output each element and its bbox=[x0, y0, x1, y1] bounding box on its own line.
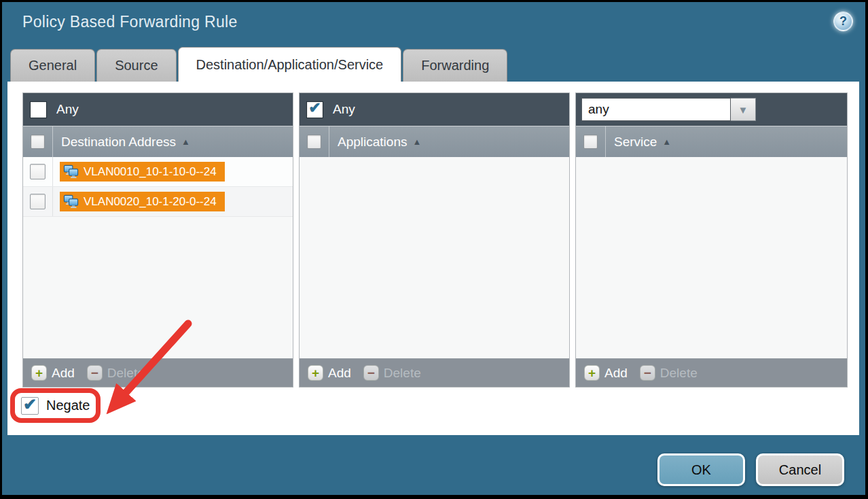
service-add-button[interactable]: + Add bbox=[584, 365, 628, 381]
destination-any-label: Any bbox=[56, 102, 79, 117]
applications-add-button[interactable]: + Add bbox=[308, 365, 351, 381]
applications-list-body bbox=[300, 157, 569, 358]
address-object-chip[interactable]: VLAN0010_10-1-10-0--24 bbox=[60, 162, 225, 182]
service-select-all-checkbox[interactable] bbox=[583, 135, 598, 149]
sort-asc-icon: ▲ bbox=[412, 137, 421, 147]
help-icon[interactable]: ? bbox=[833, 12, 853, 31]
address-object-label: VLAN0010_10-1-10-0--24 bbox=[84, 165, 217, 179]
destination-any-bar: Any bbox=[23, 93, 293, 126]
service-list-header[interactable]: Service ▲ bbox=[576, 126, 847, 157]
destination-select-all-checkbox[interactable] bbox=[31, 135, 45, 149]
applications-header-label: Applications bbox=[338, 135, 407, 150]
delete-icon: − bbox=[640, 365, 655, 381]
add-icon: + bbox=[308, 365, 323, 381]
tab-bar: General Source Destination/Application/S… bbox=[10, 47, 509, 82]
applications-any-label: Any bbox=[333, 102, 355, 117]
address-object-label: VLAN0020_10-1-20-0--24 bbox=[84, 195, 217, 209]
network-icon bbox=[63, 165, 79, 179]
address-object-chip[interactable]: VLAN0020_10-1-20-0--24 bbox=[60, 192, 225, 211]
cancel-button[interactable]: Cancel bbox=[756, 453, 844, 486]
add-icon: + bbox=[584, 365, 600, 381]
sort-asc-icon: ▲ bbox=[181, 137, 190, 147]
service-list-body bbox=[576, 157, 847, 358]
applications-list-header[interactable]: Applications ▲ bbox=[300, 126, 569, 157]
destination-list-body: VLAN0010_10-1-10-0--24 bbox=[23, 157, 293, 358]
checkmark-icon: ✔ bbox=[23, 396, 37, 413]
negate-checkbox[interactable]: ✔ bbox=[21, 397, 39, 415]
sort-asc-icon: ▲ bbox=[662, 137, 671, 147]
destination-row-1-checkbox[interactable] bbox=[30, 164, 46, 179]
applications-delete-button[interactable]: − Delete bbox=[363, 365, 421, 381]
tab-forwarding[interactable]: Forwarding bbox=[403, 49, 507, 82]
tab-source[interactable]: Source bbox=[96, 49, 176, 82]
service-dropdown[interactable]: any ▼ bbox=[581, 98, 756, 121]
destination-header-label: Destination Address bbox=[61, 135, 176, 150]
network-icon bbox=[63, 194, 79, 209]
delete-icon: − bbox=[87, 365, 103, 381]
add-icon: + bbox=[31, 365, 47, 381]
dialog-title-bar: Policy Based Forwarding Rule bbox=[22, 13, 238, 31]
columns-container: Any Destination Address ▲ bbox=[22, 92, 848, 388]
delete-icon: − bbox=[363, 365, 379, 381]
destination-row-2[interactable]: VLAN0020_10-1-20-0--24 bbox=[23, 187, 293, 217]
negate-label: Negate bbox=[46, 398, 90, 413]
destination-row-1[interactable]: VLAN0010_10-1-10-0--24 bbox=[23, 157, 293, 187]
chevron-down-icon[interactable]: ▼ bbox=[731, 98, 756, 121]
tab-destination-application-service[interactable]: Destination/Application/Service bbox=[178, 47, 402, 82]
destination-any-checkbox[interactable] bbox=[30, 101, 47, 118]
service-any-bar: any ▼ bbox=[576, 93, 847, 126]
negate-annotation-box: ✔ Negate bbox=[10, 388, 101, 423]
destination-footer: + Add − Delete bbox=[23, 358, 293, 387]
tab-content-panel: Any Destination Address ▲ bbox=[7, 82, 859, 435]
applications-footer: + Add − Delete bbox=[300, 358, 569, 387]
destination-column: Any Destination Address ▲ bbox=[22, 92, 293, 388]
destination-delete-button[interactable]: − Delete bbox=[87, 365, 145, 381]
service-header-label: Service bbox=[614, 135, 657, 150]
service-delete-button[interactable]: − Delete bbox=[640, 365, 698, 381]
destination-add-button[interactable]: + Add bbox=[31, 365, 75, 381]
applications-any-bar: ✔ Any bbox=[300, 93, 569, 126]
tab-general[interactable]: General bbox=[10, 49, 95, 82]
policy-based-forwarding-dialog: Policy Based Forwarding Rule ? General S… bbox=[2, 2, 865, 495]
applications-column: ✔ Any Applications ▲ + Add − Dele bbox=[299, 92, 570, 388]
service-dropdown-value[interactable]: any bbox=[581, 98, 731, 121]
applications-select-all-checkbox[interactable] bbox=[307, 135, 321, 149]
applications-any-checkbox[interactable]: ✔ bbox=[306, 101, 323, 118]
destination-row-2-checkbox[interactable] bbox=[30, 194, 46, 209]
dialog-title: Policy Based Forwarding Rule bbox=[22, 13, 238, 31]
destination-list-header[interactable]: Destination Address ▲ bbox=[23, 126, 293, 157]
ok-button[interactable]: OK bbox=[657, 453, 745, 486]
checkmark-icon: ✔ bbox=[308, 101, 321, 116]
service-column: any ▼ Service ▲ + Add − bbox=[575, 92, 848, 388]
service-footer: + Add − Delete bbox=[576, 358, 847, 387]
